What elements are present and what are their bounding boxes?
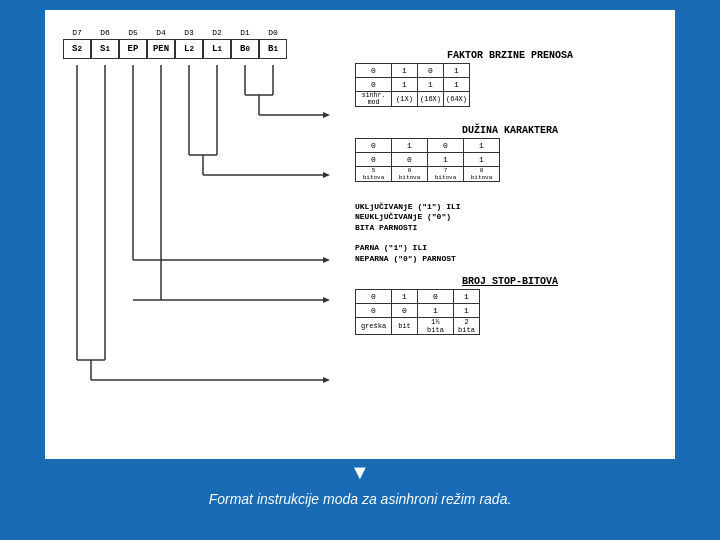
faktor-title: FAKTOR BRZINE PRENOSA [355,50,665,61]
cell-7bit: 7bitova [428,167,464,182]
cell: 0 [392,303,418,317]
white-box: D7 D6 D5 D4 D3 D2 D1 D0 S2 S1 EP PEN L2 … [45,10,675,459]
cell: (1X) [392,92,418,107]
cell: 1 [418,78,444,92]
cell-8bit: 8bitova [464,167,500,182]
cell: 0 [392,153,428,167]
cell: 1 [464,139,500,153]
svg-marker-5 [323,112,330,118]
cell: 1 [444,64,470,78]
pen-reg: PEN [147,39,175,59]
down-arrow: ▼ [350,461,370,484]
cell-5bit: 5bitova [356,167,392,182]
section-stop: BROJ STOP-BITOVA 0 1 0 1 0 0 1 1 [355,276,665,337]
cell: (64X) [444,92,470,107]
cell: 0 [418,289,454,303]
connection-lines [55,65,345,445]
svg-marker-14 [323,257,330,263]
faktor-table: 0 1 0 1 0 1 1 1 sinhr.mod (1X) (16X) [355,63,470,107]
cell: 0 [356,78,392,92]
cell: 0 [356,153,392,167]
l2-reg: L2 [175,39,203,59]
cell-6bit: 6bitova [392,167,428,182]
d6-label: D6 [91,25,119,39]
stop-table: 0 1 0 1 0 0 1 1 greška bit 1½bita [355,289,480,335]
duzina-table: 0 1 0 1 0 0 1 1 5bitova 6bitova 7bit [355,138,500,182]
slide-container: D7 D6 D5 D4 D3 D2 D1 D0 S2 S1 EP PEN L2 … [0,0,720,540]
right-area: FAKTOR BRZINE PRENOSA 0 1 0 1 0 1 1 1 [355,20,665,449]
section-parna: PARNA ("1") ILI NEPARNA ("0") PARNOST [355,243,665,264]
cell: 1 [392,78,418,92]
s2-reg: S2 [63,39,91,59]
cell: bit [392,317,418,334]
cell-sinhr: sinhr.mod [356,92,392,107]
note-parna: PARNA ("1") ILI NEPARNA ("0") PARNOST [355,243,665,264]
d1-label: D1 [231,25,259,39]
svg-marker-17 [323,297,330,303]
b1-reg: B1 [259,39,287,59]
d2-label: D2 [203,25,231,39]
cell: 2bita [454,317,480,334]
cell-1hbita: 1½bita [418,317,454,334]
svg-marker-11 [323,172,330,178]
cell: 0 [356,139,392,153]
caption-area: Format instrukcije moda za asinhroni rež… [45,490,675,508]
cell: 1 [454,289,480,303]
section-faktor: FAKTOR BRZINE PRENOSA 0 1 0 1 0 1 1 1 [355,50,665,109]
cell: 1 [428,153,464,167]
cell: 0 [428,139,464,153]
cell: 0 [356,289,392,303]
note-ukljucivanje: UKLjUČIVANjE ("1") ILI NEUKLjUČIVANjE ("… [355,202,665,233]
cell: 1 [418,303,454,317]
d0-label: D0 [259,25,287,39]
svg-marker-23 [323,377,330,383]
duzina-title: DUŽINA KARAKTERA [355,125,665,136]
cell: 0 [418,64,444,78]
stop-title: BROJ STOP-BITOVA [355,276,665,287]
section-duzina: DUŽINA KARAKTERA 0 1 0 1 0 0 1 1 [355,125,665,184]
cell: 1 [464,153,500,167]
section-ukljucivanje: UKLjUČIVANjE ("1") ILI NEUKLjUČIVANjE ("… [355,202,665,233]
caption-text: Format instrukcije moda za asinhroni rež… [209,491,512,507]
cell: 1 [444,78,470,92]
cell: 0 [356,303,392,317]
d4-label: D4 [147,25,175,39]
cell: 0 [356,64,392,78]
l1-reg: L1 [203,39,231,59]
cell: 1 [392,139,428,153]
cell-greska: greška [356,317,392,334]
d5-label: D5 [119,25,147,39]
cell: 1 [392,289,418,303]
s1-reg: S1 [91,39,119,59]
b0-reg: B0 [231,39,259,59]
d7-label: D7 [63,25,91,39]
cell: 1 [454,303,480,317]
cell: 1 [392,64,418,78]
d3-label: D3 [175,25,203,39]
cell: (16X) [418,92,444,107]
ep-reg: EP [119,39,147,59]
